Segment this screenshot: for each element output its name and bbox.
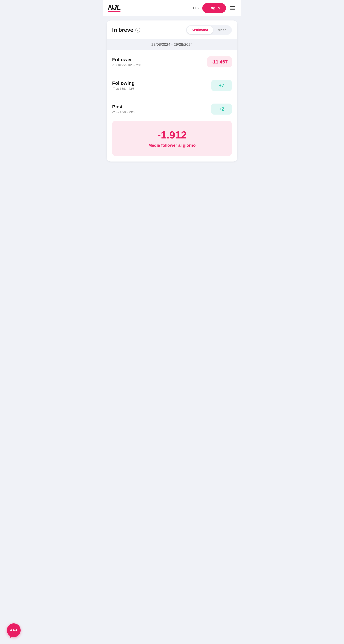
stat-row-post: Post -2 vs 16/8 - 23/8 +2	[112, 97, 232, 121]
stat-row-follower: Follower -13.165 vs 16/8 - 23/8 -11.467	[112, 50, 232, 74]
logo: NJL	[108, 4, 120, 12]
date-range-bar: 23/08/2024 - 29/08/2024	[107, 39, 237, 50]
stat-info-following: Following -7 vs 16/8 - 23/8	[112, 80, 211, 91]
daily-avg-card: -1.912 Media follower al giorno	[112, 121, 232, 156]
logo-underline	[108, 11, 120, 12]
card-header: In breve i Settimana Mese	[107, 20, 237, 39]
stat-sub-post: -2 vs 16/8 - 23/8	[112, 110, 211, 114]
stat-label-follower: Follower	[112, 57, 207, 62]
badge-following: +7	[211, 80, 232, 91]
main-content: In breve i Settimana Mese 23/08/2024 - 2…	[103, 16, 241, 166]
daily-avg-value: -1.912	[118, 129, 226, 141]
header: NJL IT ▾ Log In	[103, 0, 241, 16]
hamburger-line-2	[230, 8, 235, 8]
card-title-group: In breve i	[112, 27, 140, 33]
header-right: IT ▾ Log In	[193, 3, 236, 13]
badge-post: +2	[211, 104, 232, 114]
tab-group: Settimana Mese	[186, 25, 232, 35]
stat-label-post: Post	[112, 104, 211, 110]
language-selector[interactable]: IT ▾	[193, 6, 199, 10]
chevron-down-icon: ▾	[198, 6, 199, 10]
tab-mese[interactable]: Mese	[213, 26, 231, 34]
stat-info-post: Post -2 vs 16/8 - 23/8	[112, 104, 211, 114]
stat-row-following: Following -7 vs 16/8 - 23/8 +7	[112, 74, 232, 97]
stat-label-following: Following	[112, 80, 211, 86]
badge-follower: -11.467	[207, 56, 232, 68]
hamburger-line-1	[230, 6, 235, 7]
stat-info-follower: Follower -13.165 vs 16/8 - 23/8	[112, 57, 207, 67]
hamburger-menu[interactable]	[230, 6, 236, 11]
card-title: In breve	[112, 27, 133, 33]
tab-settimana[interactable]: Settimana	[187, 26, 213, 34]
date-range-text: 23/08/2024 - 29/08/2024	[151, 42, 193, 46]
login-button[interactable]: Log In	[202, 3, 226, 13]
stats-container: Follower -13.165 vs 16/8 - 23/8 -11.467 …	[107, 50, 237, 121]
hamburger-line-3	[230, 10, 235, 10]
language-label: IT	[193, 6, 196, 10]
summary-card-container: In breve i Settimana Mese 23/08/2024 - 2…	[107, 20, 237, 162]
logo-text: NJL	[108, 4, 120, 11]
stat-sub-following: -7 vs 16/8 - 23/8	[112, 87, 211, 91]
daily-avg-label: Media follower al giorno	[118, 143, 226, 148]
info-icon[interactable]: i	[135, 28, 140, 32]
stat-sub-follower: -13.165 vs 16/8 - 23/8	[112, 64, 207, 67]
